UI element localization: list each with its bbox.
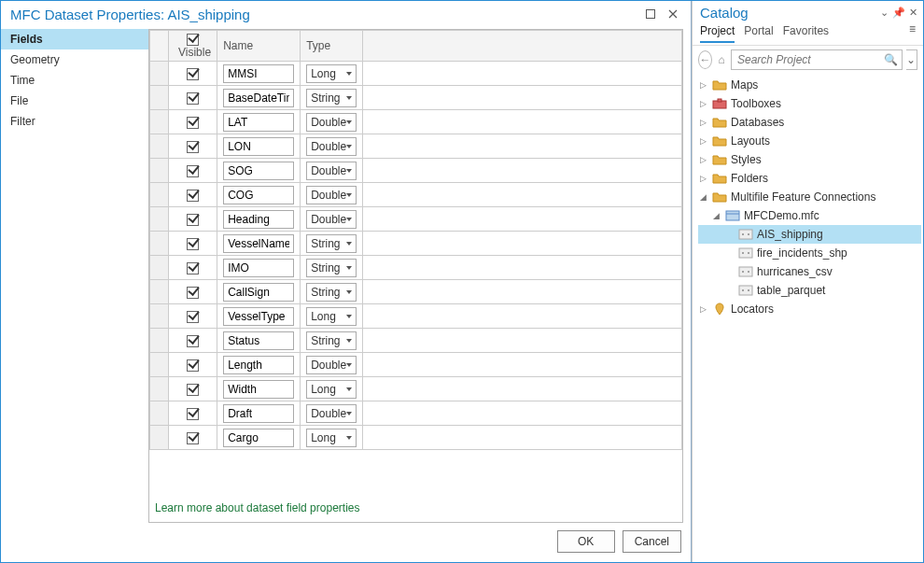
ok-button[interactable]: OK: [557, 530, 615, 553]
tree-item[interactable]: ▷Locators: [698, 300, 921, 318]
table-row: Long: [150, 304, 682, 329]
tree-item[interactable]: fire_incidents_shp: [698, 244, 921, 262]
field-type-select[interactable]: String: [306, 283, 357, 302]
sidebar-item-geometry[interactable]: Geometry: [1, 49, 148, 70]
expander-icon[interactable]: ◢: [698, 192, 708, 202]
field-type-select[interactable]: Long: [306, 64, 357, 83]
cancel-button[interactable]: Cancel: [623, 530, 681, 553]
search-dropdown-icon[interactable]: ⌄: [906, 49, 917, 70]
field-type-select[interactable]: String: [306, 234, 357, 253]
field-name-input[interactable]: [223, 283, 294, 302]
back-button[interactable]: ←: [698, 50, 712, 69]
fields-table: Visible Name Type LongStringDoubleDouble…: [149, 30, 682, 450]
field-name-input[interactable]: [223, 234, 294, 253]
sidebar-item-fields[interactable]: Fields: [1, 29, 148, 49]
visible-checkbox[interactable]: [187, 432, 199, 444]
tree-item[interactable]: ▷Maps: [698, 76, 921, 94]
field-name-input[interactable]: [223, 113, 294, 132]
tree-item[interactable]: ▷Styles: [698, 150, 921, 169]
visible-checkbox[interactable]: [187, 262, 199, 274]
hamburger-icon[interactable]: ≡: [909, 22, 916, 43]
visible-checkbox[interactable]: [187, 68, 199, 80]
field-name-input[interactable]: [223, 404, 294, 423]
field-type-select[interactable]: Double: [306, 356, 357, 374]
search-input-wrap: 🔍: [731, 49, 903, 70]
tree-item[interactable]: ◢MFCDemo.mfc: [698, 206, 921, 225]
svg-point-16: [748, 289, 749, 291]
expander-icon[interactable]: ▷: [698, 118, 708, 127]
tree-item[interactable]: ▷Layouts: [698, 132, 921, 150]
field-type-select[interactable]: String: [306, 331, 357, 350]
tab-favorites[interactable]: Favorites: [783, 22, 829, 43]
visible-checkbox[interactable]: [187, 214, 199, 226]
field-name-input[interactable]: [223, 64, 294, 83]
field-type-select[interactable]: Double: [306, 137, 357, 156]
search-input[interactable]: [735, 52, 880, 67]
expander-icon[interactable]: ▷: [698, 155, 708, 164]
sidebar-item-time[interactable]: Time: [1, 70, 148, 91]
field-name-input[interactable]: [223, 356, 294, 374]
field-type-select[interactable]: Double: [306, 186, 357, 204]
field-type-select[interactable]: Long: [306, 380, 357, 399]
expander-icon[interactable]: ▷: [698, 99, 708, 108]
search-icon[interactable]: 🔍: [884, 53, 898, 66]
tree-item[interactable]: ▷Folders: [698, 169, 921, 188]
expander-icon[interactable]: ▷: [698, 174, 708, 183]
learn-more-link[interactable]: Learn more about dataset field propertie…: [149, 494, 682, 522]
visible-checkbox[interactable]: [187, 359, 199, 372]
visible-checkbox[interactable]: [187, 335, 199, 347]
field-name-input[interactable]: [223, 259, 294, 277]
field-type-select[interactable]: Double: [306, 113, 357, 132]
field-name-input[interactable]: [223, 162, 294, 180]
field-name-input[interactable]: [223, 137, 294, 156]
visible-checkbox[interactable]: [187, 141, 199, 153]
field-name-input[interactable]: [223, 429, 294, 447]
field-type-select[interactable]: String: [306, 259, 357, 277]
visible-checkbox[interactable]: [187, 238, 199, 250]
field-name-input[interactable]: [223, 380, 294, 399]
dropdown-icon[interactable]: ⌄: [880, 7, 889, 19]
tab-project[interactable]: Project: [700, 22, 735, 43]
tree-item[interactable]: table_parquet: [698, 281, 921, 300]
tree-item-label: Folders: [731, 172, 768, 185]
tree-item[interactable]: hurricanes_csv: [698, 262, 921, 281]
visible-checkbox[interactable]: [187, 408, 199, 420]
tree-item[interactable]: ◢Multifile Feature Connections: [698, 188, 921, 206]
field-type-select[interactable]: Long: [306, 307, 357, 326]
field-type-select[interactable]: Double: [306, 404, 357, 423]
svg-point-13: [748, 271, 749, 273]
maximize-button[interactable]: [640, 5, 661, 23]
field-type-select[interactable]: Long: [306, 429, 357, 447]
field-type-select[interactable]: Double: [306, 210, 357, 229]
tree-item[interactable]: ▷Databases: [698, 113, 921, 132]
sidebar-item-filter[interactable]: Filter: [1, 111, 148, 132]
expander-icon[interactable]: ▷: [698, 304, 708, 314]
dialog-sidebar: FieldsGeometryTimeFileFilter: [1, 29, 148, 523]
expander-icon[interactable]: ▷: [698, 80, 708, 90]
field-type-select[interactable]: Double: [306, 162, 357, 180]
expander-icon[interactable]: ▷: [698, 136, 708, 146]
visible-checkbox[interactable]: [187, 384, 199, 396]
close-button[interactable]: [663, 5, 683, 23]
catalog-close-icon[interactable]: ✕: [909, 7, 917, 19]
visible-all-checkbox[interactable]: [187, 34, 199, 46]
tree-item[interactable]: AIS_shipping: [698, 225, 921, 244]
field-name-input[interactable]: [223, 307, 294, 326]
home-icon[interactable]: ⌂: [716, 52, 727, 67]
field-name-input[interactable]: [223, 89, 294, 107]
tab-portal[interactable]: Portal: [744, 22, 773, 43]
tree-item[interactable]: ▷Toolboxes: [698, 94, 921, 113]
field-name-input[interactable]: [223, 210, 294, 229]
field-type-select[interactable]: String: [306, 89, 357, 107]
visible-checkbox[interactable]: [187, 311, 199, 323]
visible-checkbox[interactable]: [187, 287, 199, 299]
visible-checkbox[interactable]: [187, 165, 199, 177]
field-name-input[interactable]: [223, 186, 294, 204]
visible-checkbox[interactable]: [187, 117, 199, 129]
field-name-input[interactable]: [223, 331, 294, 350]
pin-icon[interactable]: 📌: [892, 7, 905, 19]
expander-icon[interactable]: ◢: [711, 211, 721, 220]
visible-checkbox[interactable]: [187, 190, 199, 202]
sidebar-item-file[interactable]: File: [1, 91, 148, 111]
visible-checkbox[interactable]: [187, 92, 199, 105]
